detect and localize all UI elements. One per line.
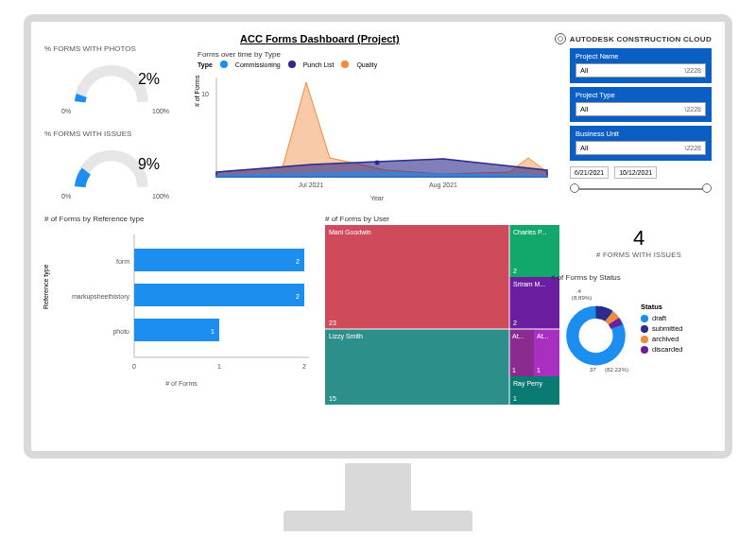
svg-text:markupsheethistory: markupsheethistory bbox=[72, 293, 130, 301]
svg-rect-20 bbox=[325, 225, 509, 329]
svg-text:1: 1 bbox=[512, 367, 516, 373]
filter-project-type: Project Type All\2228 bbox=[570, 87, 712, 122]
svg-text:15: 15 bbox=[329, 395, 336, 402]
svg-text:0: 0 bbox=[132, 363, 136, 370]
filter-label: Business Unit bbox=[576, 130, 706, 138]
legend-item: discarded bbox=[652, 345, 683, 354]
ref-ylabel: Reference type bbox=[43, 265, 49, 309]
legend-swatch-icon bbox=[641, 346, 648, 354]
slider-track bbox=[574, 188, 708, 190]
gauge-photos-title: % FORMS WITH PHOTOS bbox=[44, 44, 186, 53]
area-chart: Forms over time by Type Type Commissioni… bbox=[198, 50, 557, 211]
date-range: 6/21/2021 10/12/2021 bbox=[570, 166, 712, 179]
legend-item: draft bbox=[652, 314, 666, 322]
svg-text:1: 1 bbox=[537, 367, 541, 373]
legend-item: archived bbox=[652, 335, 679, 343]
area-title: Forms over time by Type bbox=[198, 50, 557, 59]
gauge-photos-value: 2% bbox=[138, 71, 160, 88]
gauge-issues-chart bbox=[44, 140, 186, 195]
svg-text:Lizzy Smith: Lizzy Smith bbox=[329, 333, 363, 340]
svg-text:At...: At... bbox=[537, 333, 549, 339]
svg-rect-23 bbox=[325, 329, 509, 405]
legend-item: Commissioning bbox=[235, 61, 281, 68]
filter-business-unit-select[interactable]: All\2228 bbox=[576, 141, 706, 155]
svg-text:Mani Goodwin: Mani Goodwin bbox=[329, 229, 371, 235]
legend-item: submitted bbox=[652, 324, 683, 333]
treemap: # of Forms by User Mani Goodwin 23 Lizzy… bbox=[325, 215, 559, 413]
ref-svg: 2 form 2 markupsheethistory 1 photo 0 1 … bbox=[44, 225, 318, 376]
svg-text:Charles P...: Charles P... bbox=[513, 229, 547, 235]
gauge-issues: % FORMS WITH ISSUES 9% 0%100% bbox=[44, 130, 186, 199]
area-xlabel: Year bbox=[198, 195, 557, 201]
svg-text:2: 2 bbox=[296, 258, 300, 265]
date-end-input[interactable]: 10/12/2021 bbox=[614, 166, 657, 179]
svg-text:23: 23 bbox=[329, 320, 336, 326]
gauge-issues-title: % FORMS WITH ISSUES bbox=[44, 130, 186, 138]
svg-text:1: 1 bbox=[217, 363, 221, 370]
area-legend: Type Commissioning Punch List Quality bbox=[198, 61, 557, 68]
gauge-photos-chart bbox=[44, 55, 186, 110]
gauge-issues-value: 9% bbox=[138, 156, 160, 173]
svg-point-5 bbox=[375, 161, 380, 165]
filter-project-name: Project Name All\2228 bbox=[570, 48, 712, 83]
legend-item: Quality bbox=[356, 61, 377, 68]
area-svg: 10 Jul 2021 Aug 2021 bbox=[198, 68, 557, 191]
autodesk-logo-icon bbox=[555, 33, 566, 44]
ref-bar-chart: # of Forms by Reference type Reference t… bbox=[44, 215, 318, 404]
legend-label: Type bbox=[198, 61, 213, 68]
svg-text:4: 4 bbox=[578, 287, 582, 294]
gauge-tick-min: 0% bbox=[61, 108, 71, 114]
slider-knob-end[interactable] bbox=[702, 183, 712, 193]
filter-value: All bbox=[580, 105, 588, 113]
svg-text:Sriram M...: Sriram M... bbox=[513, 281, 545, 287]
legend-dot-punchlist-icon bbox=[288, 61, 296, 68]
treemap-svg: Mani Goodwin 23 Lizzy Smith 15 Charles P… bbox=[325, 225, 559, 405]
svg-text:2: 2 bbox=[513, 320, 517, 326]
filter-project-type-select[interactable]: All\2228 bbox=[576, 102, 706, 116]
svg-text:At...: At... bbox=[512, 333, 524, 339]
legend-swatch-icon bbox=[641, 325, 648, 333]
gauge-tick-max: 100% bbox=[152, 108, 169, 114]
filter-panel: Project Name All\2228 Project Type All\2… bbox=[570, 48, 712, 196]
donut-chart: # of Forms by Status 4 (8.89%) 37 (82.22… bbox=[551, 273, 712, 415]
svg-text:(82.22%): (82.22%) bbox=[605, 366, 628, 372]
area-ylabel: # of Forms bbox=[194, 76, 200, 107]
svg-text:2: 2 bbox=[296, 293, 300, 300]
kpi-label: # FORMS WITH ISSUES bbox=[577, 251, 700, 259]
svg-text:1: 1 bbox=[513, 395, 517, 402]
donut-legend-title: Status bbox=[641, 303, 683, 311]
svg-text:2: 2 bbox=[302, 363, 306, 370]
ref-xlabel: # of Forms bbox=[44, 380, 318, 387]
svg-text:1: 1 bbox=[211, 328, 215, 335]
filter-business-unit: Business Unit All\2228 bbox=[570, 126, 712, 161]
svg-text:10: 10 bbox=[201, 91, 209, 97]
chevron-down-icon: \2228 bbox=[684, 145, 701, 151]
chevron-down-icon: \2228 bbox=[684, 106, 701, 113]
svg-text:Ray Perry: Ray Perry bbox=[513, 380, 543, 388]
svg-text:photo: photo bbox=[112, 328, 129, 336]
filter-project-name-select[interactable]: All\2228 bbox=[576, 63, 706, 78]
slider-knob-start[interactable] bbox=[570, 183, 579, 193]
svg-text:2: 2 bbox=[513, 268, 517, 274]
legend-item: Punch List bbox=[303, 61, 335, 68]
svg-text:(8.89%): (8.89%) bbox=[572, 294, 593, 301]
gauge-tick-min: 0% bbox=[61, 193, 71, 199]
brand-text: AUTODESK CONSTRUCTION CLOUD bbox=[570, 35, 712, 43]
date-slider[interactable] bbox=[570, 182, 712, 196]
svg-rect-8 bbox=[134, 249, 304, 271]
monitor-stand-neck bbox=[345, 463, 411, 515]
filter-label: Project Name bbox=[576, 52, 706, 61]
filter-label: Project Type bbox=[576, 91, 706, 99]
donut-legend: Status draft submitted archived discarde… bbox=[641, 303, 683, 355]
donut-title: # of Forms by Status bbox=[551, 273, 712, 282]
monitor-stand-base bbox=[284, 511, 472, 531]
legend-dot-commissioning-icon bbox=[220, 61, 228, 68]
legend-swatch-icon bbox=[641, 336, 648, 343]
svg-text:Jul 2021: Jul 2021 bbox=[299, 182, 324, 188]
chevron-down-icon: \2228 bbox=[684, 67, 701, 74]
treemap-title: # of Forms by User bbox=[325, 215, 559, 223]
gauge-tick-max: 100% bbox=[152, 193, 169, 199]
date-start-input[interactable]: 6/21/2021 bbox=[570, 166, 609, 179]
svg-text:Aug 2021: Aug 2021 bbox=[429, 182, 457, 189]
monitor-frame: ACC Forms Dashboard (Project) AUTODESK C… bbox=[24, 14, 732, 459]
